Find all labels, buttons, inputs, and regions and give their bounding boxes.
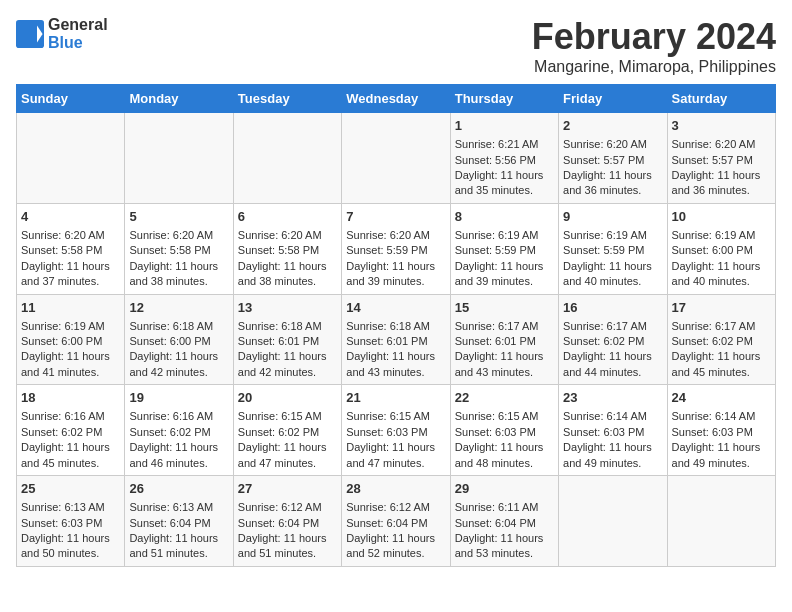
logo-icon [16,20,44,48]
cell-line: Sunrise: 6:17 AM [563,320,647,332]
cell-line: Sunrise: 6:19 AM [563,229,647,241]
cell-line: and 50 minutes. [21,547,99,559]
cell-line: Sunset: 6:02 PM [21,426,102,438]
day-of-week-header: Monday [125,85,233,113]
cell-line: Sunrise: 6:12 AM [346,501,430,513]
cell-line: Daylight: 11 hours [238,441,327,453]
cell-line: Sunrise: 6:14 AM [672,410,756,422]
calendar-cell [342,113,450,204]
cell-line: Daylight: 11 hours [563,169,652,181]
cell-line: Sunrise: 6:20 AM [129,229,213,241]
calendar-cell: 19Sunrise: 6:16 AMSunset: 6:02 PMDayligh… [125,385,233,476]
cell-line: Sunset: 5:57 PM [672,154,753,166]
day-of-week-header: Wednesday [342,85,450,113]
cell-line: Sunset: 6:02 PM [238,426,319,438]
calendar-cell: 3Sunrise: 6:20 AMSunset: 5:57 PMDaylight… [667,113,775,204]
calendar-cell [233,113,341,204]
day-number: 8 [455,208,554,226]
cell-line: Sunset: 6:04 PM [455,517,536,529]
cell-content: 18Sunrise: 6:16 AMSunset: 6:02 PMDayligh… [21,389,120,471]
calendar-cell: 6Sunrise: 6:20 AMSunset: 5:58 PMDaylight… [233,203,341,294]
cell-line: Sunset: 5:58 PM [129,244,210,256]
cell-line: and 42 minutes. [238,366,316,378]
calendar-cell: 22Sunrise: 6:15 AMSunset: 6:03 PMDayligh… [450,385,558,476]
cell-line: Sunset: 5:58 PM [238,244,319,256]
cell-line: Daylight: 11 hours [563,350,652,362]
day-number: 6 [238,208,337,226]
day-of-week-header: Tuesday [233,85,341,113]
cell-line: Daylight: 11 hours [129,441,218,453]
cell-line: Sunset: 6:02 PM [129,426,210,438]
cell-line: Sunset: 6:00 PM [129,335,210,347]
cell-content: 11Sunrise: 6:19 AMSunset: 6:00 PMDayligh… [21,299,120,381]
day-number: 5 [129,208,228,226]
cell-line: Sunrise: 6:12 AM [238,501,322,513]
cell-line: Sunrise: 6:20 AM [21,229,105,241]
day-number: 22 [455,389,554,407]
day-number: 25 [21,480,120,498]
cell-line: Sunset: 6:00 PM [672,244,753,256]
cell-line: Daylight: 11 hours [346,441,435,453]
logo-text: General Blue [48,16,108,52]
cell-content: 5Sunrise: 6:20 AMSunset: 5:58 PMDaylight… [129,208,228,290]
calendar-cell: 14Sunrise: 6:18 AMSunset: 6:01 PMDayligh… [342,294,450,385]
day-number: 1 [455,117,554,135]
day-number: 28 [346,480,445,498]
day-of-week-header: Friday [559,85,667,113]
cell-content: 19Sunrise: 6:16 AMSunset: 6:02 PMDayligh… [129,389,228,471]
cell-line: and 47 minutes. [238,457,316,469]
cell-line: and 53 minutes. [455,547,533,559]
cell-line: Sunrise: 6:17 AM [672,320,756,332]
calendar-cell: 20Sunrise: 6:15 AMSunset: 6:02 PMDayligh… [233,385,341,476]
cell-line: Sunset: 6:02 PM [563,335,644,347]
cell-content: 12Sunrise: 6:18 AMSunset: 6:00 PMDayligh… [129,299,228,381]
cell-line: and 52 minutes. [346,547,424,559]
day-number: 23 [563,389,662,407]
cell-line: Daylight: 11 hours [346,350,435,362]
calendar-cell: 16Sunrise: 6:17 AMSunset: 6:02 PMDayligh… [559,294,667,385]
day-number: 20 [238,389,337,407]
calendar-cell: 27Sunrise: 6:12 AMSunset: 6:04 PMDayligh… [233,476,341,567]
day-number: 18 [21,389,120,407]
calendar-cell: 23Sunrise: 6:14 AMSunset: 6:03 PMDayligh… [559,385,667,476]
cell-line: Daylight: 11 hours [672,441,761,453]
cell-line: and 48 minutes. [455,457,533,469]
calendar-cell: 29Sunrise: 6:11 AMSunset: 6:04 PMDayligh… [450,476,558,567]
day-number: 9 [563,208,662,226]
calendar-cell: 1Sunrise: 6:21 AMSunset: 5:56 PMDaylight… [450,113,558,204]
cell-content: 10Sunrise: 6:19 AMSunset: 6:00 PMDayligh… [672,208,771,290]
cell-line: and 49 minutes. [563,457,641,469]
cell-line: Sunset: 6:00 PM [21,335,102,347]
cell-line: Sunrise: 6:18 AM [346,320,430,332]
location-title: Mangarine, Mimaropa, Philippines [532,58,776,76]
cell-line: and 43 minutes. [346,366,424,378]
day-number: 4 [21,208,120,226]
cell-line: Sunset: 6:04 PM [129,517,210,529]
cell-line: Sunrise: 6:20 AM [238,229,322,241]
day-number: 19 [129,389,228,407]
cell-line: Sunset: 5:57 PM [563,154,644,166]
cell-line: Sunrise: 6:20 AM [672,138,756,150]
calendar-cell: 17Sunrise: 6:17 AMSunset: 6:02 PMDayligh… [667,294,775,385]
cell-line: Daylight: 11 hours [129,532,218,544]
cell-line: Sunrise: 6:19 AM [455,229,539,241]
day-number: 21 [346,389,445,407]
cell-line: Sunrise: 6:16 AM [21,410,105,422]
cell-line: Daylight: 11 hours [238,532,327,544]
cell-line: Daylight: 11 hours [129,350,218,362]
calendar-cell: 26Sunrise: 6:13 AMSunset: 6:04 PMDayligh… [125,476,233,567]
cell-line: Sunrise: 6:19 AM [672,229,756,241]
cell-line: and 38 minutes. [129,275,207,287]
cell-content: 9Sunrise: 6:19 AMSunset: 5:59 PMDaylight… [563,208,662,290]
cell-line: Sunrise: 6:13 AM [129,501,213,513]
calendar-cell: 11Sunrise: 6:19 AMSunset: 6:00 PMDayligh… [17,294,125,385]
calendar-cell: 4Sunrise: 6:20 AMSunset: 5:58 PMDaylight… [17,203,125,294]
cell-line: Daylight: 11 hours [21,441,110,453]
day-of-week-header: Saturday [667,85,775,113]
cell-content: 22Sunrise: 6:15 AMSunset: 6:03 PMDayligh… [455,389,554,471]
cell-content: 23Sunrise: 6:14 AMSunset: 6:03 PMDayligh… [563,389,662,471]
logo: General Blue [16,16,108,52]
cell-line: Daylight: 11 hours [455,350,544,362]
cell-line: Sunset: 6:03 PM [563,426,644,438]
day-number: 7 [346,208,445,226]
